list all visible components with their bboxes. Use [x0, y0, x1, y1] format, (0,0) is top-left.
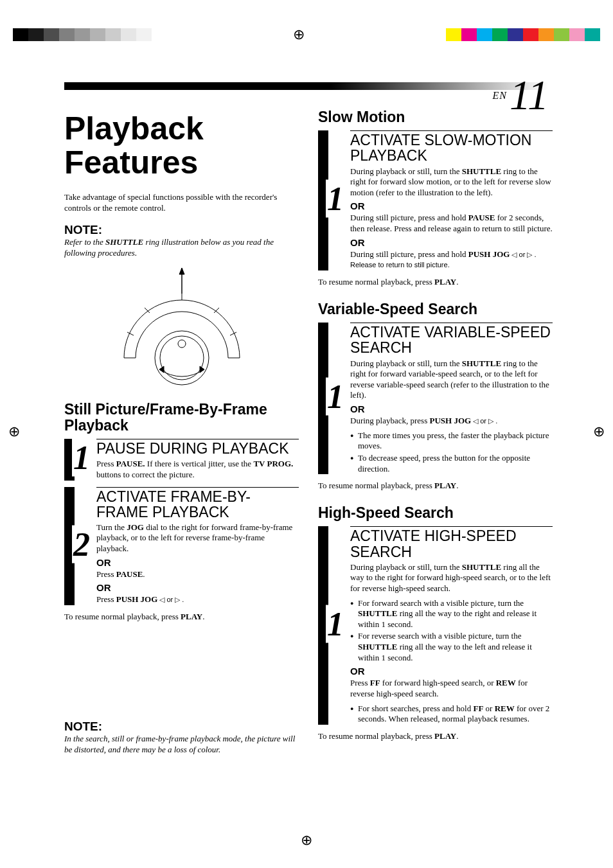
registration-mark-top: ⊕ [291, 27, 306, 42]
color-swatches [446, 28, 600, 41]
content-columns: Playback Features Take advantage of spec… [64, 109, 553, 765]
swatch [13, 28, 28, 41]
note-heading: NOTE: [64, 223, 299, 237]
step-pause-during-playback: 1 PAUSE DURING PLAYBACK Press PAUSE. If … [64, 439, 299, 480]
svg-marker-12 [159, 366, 164, 373]
or-label: OR [350, 403, 553, 414]
svg-line-8 [230, 332, 236, 335]
step-body: Press PUSH JOG ◁ or ▷ . [96, 594, 299, 605]
intro-text: Take advantage of special functions poss… [64, 192, 299, 214]
or-label: OR [96, 582, 299, 593]
step-title: PAUSE DURING PLAYBACK [96, 439, 299, 456]
registration-mark-bottom: ⊕ [301, 832, 312, 849]
or-label: OR [350, 666, 553, 677]
step-number: 1 [326, 605, 345, 642]
high-speed-heading: High-Speed Search [318, 505, 553, 521]
swatch [59, 28, 75, 41]
swatch [477, 28, 492, 41]
step-body: Press PAUSE. [96, 569, 299, 580]
step-body: During still picture, press and hold PAU… [350, 213, 553, 234]
bullet-list: For short searches, press and hold FF or… [350, 704, 553, 725]
variable-speed-heading: Variable-Speed Search [318, 301, 553, 317]
step-frame-by-frame: 2 ACTIVATE FRAME-BY-FRAME PLAYBACK Turn … [64, 487, 299, 605]
resume-playback-text: To resume normal playback, press PLAY. [318, 481, 553, 491]
left-column: Playback Features Take advantage of spec… [64, 109, 299, 765]
page-title: Playback Features [64, 112, 299, 179]
slow-motion-heading: Slow Motion [318, 109, 553, 125]
swatch [136, 28, 152, 41]
resume-playback-text: To resume normal playback, press PLAY. [64, 612, 299, 622]
step-title: ACTIVATE SLOW-MOTION PLAYBACK [350, 130, 553, 163]
page-lang: EN [492, 90, 506, 101]
swatch [75, 28, 90, 41]
step-number: 1 [72, 439, 91, 477]
list-item: To decrease speed, press the button for … [358, 453, 553, 474]
swatch [461, 28, 477, 41]
svg-marker-1 [179, 268, 184, 274]
swatch [585, 28, 600, 41]
registration-mark-left: ⊕ [6, 424, 22, 439]
step-number: 2 [72, 525, 91, 563]
step-body: During playback or still, turn the SHUTT… [350, 562, 553, 594]
swatch [569, 28, 585, 41]
list-item: For short searches, press and hold FF or… [358, 704, 553, 725]
swatch [446, 28, 461, 41]
bullet-list: The more times you press, the faster the… [350, 430, 553, 475]
still-picture-heading: Still Picture/Frame-By-Frame Playback [64, 402, 299, 434]
list-item: The more times you press, the faster the… [358, 430, 553, 452]
or-label: OR [96, 557, 299, 568]
swatch [121, 28, 136, 41]
step-title: ACTIVATE VARIABLE-SPEED SEARCH [350, 323, 553, 355]
step-title: ACTIVATE FRAME-BY-FRAME PLAYBACK [96, 487, 299, 520]
print-marks-top: ⊕ [0, 27, 613, 42]
registration-mark-right: ⊕ [591, 424, 607, 439]
header-gradient-bar [64, 82, 549, 90]
svg-marker-13 [200, 366, 204, 373]
resume-playback-text: To resume normal playback, press PLAY. [318, 277, 553, 287]
note-body: In the search, still or frame-by-frame p… [64, 734, 299, 756]
swatch [554, 28, 569, 41]
swatch [538, 28, 554, 41]
resume-playback-text: To resume normal playback, press PLAY. [318, 731, 553, 741]
bullet-list: For forward search with a visible pictur… [350, 598, 553, 664]
step-number: 1 [326, 378, 345, 416]
step-title: ACTIVATE HIGH-SPEED SEARCH [350, 526, 553, 559]
step-body: Turn the JOG dial to the right for forwa… [96, 522, 299, 554]
list-item: For forward search with a visible pictur… [358, 598, 553, 630]
step-number: 1 [326, 180, 345, 218]
swatch [523, 28, 538, 41]
step-body: During playback, press PUSH JOG ◁ or ▷ . [350, 416, 553, 427]
step-body: During playback or still, turn the SHUTT… [350, 166, 553, 199]
swatch [492, 28, 508, 41]
swatch [105, 28, 121, 41]
right-column: Slow Motion 1 ACTIVATE SLOW-MOTION PLAYB… [318, 109, 553, 765]
swatch [508, 28, 523, 41]
swatch [28, 28, 44, 41]
step-body: During still picture, press and hold PUS… [350, 249, 553, 270]
or-label: OR [350, 200, 553, 211]
step-slow-motion: 1 ACTIVATE SLOW-MOTION PLAYBACK During p… [318, 130, 553, 270]
list-item: For reverse search with a visible pictur… [358, 631, 553, 663]
step-body: During playback or still, turn the SHUTT… [350, 359, 553, 402]
step-body: Press PAUSE. If there is vertical jitter… [96, 459, 299, 480]
grayscale-swatches [13, 28, 152, 41]
note-heading: NOTE: [64, 720, 299, 734]
svg-point-11 [178, 340, 186, 348]
step-high-speed: 1 ACTIVATE HIGH-SPEED SEARCH During play… [318, 526, 553, 724]
svg-line-7 [127, 332, 134, 335]
note-body: Refer to the SHUTTLE ring illustration b… [64, 237, 299, 259]
shuttle-ring-illustration [111, 268, 253, 390]
swatch [90, 28, 105, 41]
step-body: Press FF for forward high-speed search, … [350, 678, 553, 699]
swatch [44, 28, 59, 41]
or-label: OR [350, 237, 553, 248]
step-variable-speed: 1 ACTIVATE VARIABLE-SPEED SEARCH During … [318, 323, 553, 474]
